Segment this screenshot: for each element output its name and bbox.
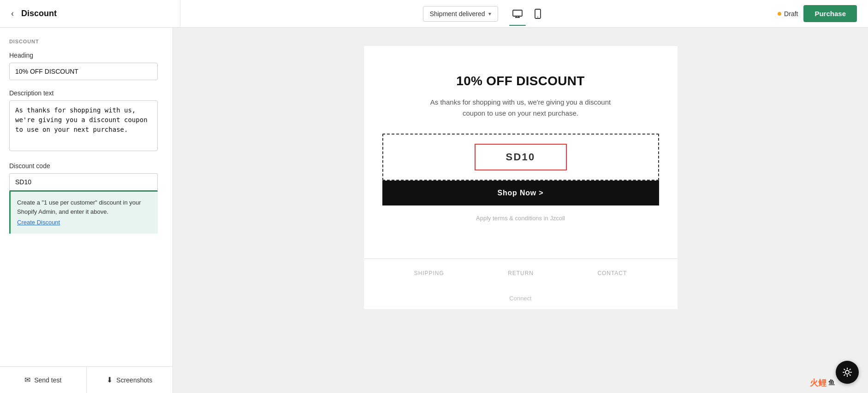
discount-code-input[interactable] <box>9 173 158 192</box>
coupon-area: SD10 <box>382 134 659 181</box>
sidebar-scroll: DISCOUNT Heading Description text As tha… <box>0 28 172 366</box>
sidebar-footer: ✉ Send test ⬇ Screenshots <box>0 366 172 393</box>
connect-text: Connect <box>382 295 659 302</box>
email-footer-bottom: Connect <box>364 287 678 309</box>
dropdown-label: Shipment delivered <box>430 10 485 18</box>
footer-contact-link[interactable]: CONTACT <box>597 270 627 276</box>
watermark-text: 火鲤 <box>810 377 826 388</box>
draft-dot-icon <box>778 12 781 16</box>
heading-label: Heading <box>9 52 158 59</box>
send-test-icon: ✉ <box>24 375 30 384</box>
shipment-dropdown[interactable]: Shipment delivered ▾ <box>423 6 499 22</box>
sidebar: DISCOUNT Heading Description text As tha… <box>0 28 173 393</box>
send-test-button[interactable]: ✉ Send test <box>0 367 87 393</box>
heading-field-group: Heading <box>9 52 158 80</box>
purchase-button[interactable]: Purchase <box>803 5 857 22</box>
draft-label: Draft <box>784 10 798 18</box>
email-card: 10% OFF DISCOUNT As thanks for shopping … <box>364 46 678 309</box>
footer-return-link[interactable]: RETURN <box>508 270 534 276</box>
header-left: ‹ Discount <box>7 0 180 27</box>
watermark: 火鲤 鱼 <box>810 377 835 388</box>
svg-point-6 <box>845 370 849 374</box>
info-box: Create a "1 use per customer" discount i… <box>9 192 158 234</box>
info-text: Create a "1 use per customer" discount i… <box>17 199 141 215</box>
email-heading: 10% OFF DISCOUNT <box>382 74 659 88</box>
terms-text: Apply terms & conditions in Jzcoll <box>382 215 659 222</box>
email-description: As thanks for shopping with us, we're gi… <box>424 97 618 119</box>
svg-point-5 <box>537 17 538 18</box>
coupon-code-display: SD10 <box>475 144 567 170</box>
email-preview: 10% OFF DISCOUNT As thanks for shopping … <box>364 46 678 309</box>
desktop-view-button[interactable] <box>509 6 526 22</box>
section-label: DISCOUNT <box>9 39 158 44</box>
draft-status: Draft <box>778 10 798 18</box>
screenshots-label: Screenshots <box>116 376 152 384</box>
fab-button[interactable] <box>836 361 859 384</box>
chevron-down-icon: ▾ <box>488 11 491 17</box>
watermark-suffix: 鱼 <box>828 379 835 387</box>
screenshots-icon: ⬇ <box>107 375 113 384</box>
header-center: Shipment delivered ▾ <box>180 6 778 22</box>
heading-input[interactable] <box>9 63 158 80</box>
svg-rect-0 <box>513 10 522 16</box>
back-button[interactable]: ‹ <box>7 5 18 22</box>
description-label: Description text <box>9 89 158 97</box>
main-layout: DISCOUNT Heading Description text As tha… <box>0 28 868 393</box>
header-right: Draft Purchase <box>778 5 861 22</box>
shop-now-button[interactable]: Shop Now > <box>382 181 659 205</box>
preview-area: 10% OFF DISCOUNT As thanks for shopping … <box>173 28 868 393</box>
discount-code-label: Discount code <box>9 162 158 170</box>
email-body: 10% OFF DISCOUNT As thanks for shopping … <box>364 46 678 258</box>
description-field-group: Description text As thanks for shopping … <box>9 89 158 153</box>
header: ‹ Discount Shipment delivered ▾ <box>0 0 868 28</box>
page-title: Discount <box>21 9 57 18</box>
mobile-view-button[interactable] <box>529 6 546 22</box>
discount-code-field-group: Discount code Create a "1 use per custom… <box>9 162 158 234</box>
screenshots-button[interactable]: ⬇ Screenshots <box>87 367 173 393</box>
view-toggle <box>509 6 546 22</box>
create-discount-link[interactable]: Create Discount <box>17 218 151 227</box>
send-test-label: Send test <box>34 376 61 384</box>
footer-shipping-link[interactable]: SHIPPING <box>414 270 444 276</box>
description-textarea[interactable]: As thanks for shopping with us, we're gi… <box>9 100 158 151</box>
email-footer: SHIPPING RETURN CONTACT <box>364 258 678 287</box>
